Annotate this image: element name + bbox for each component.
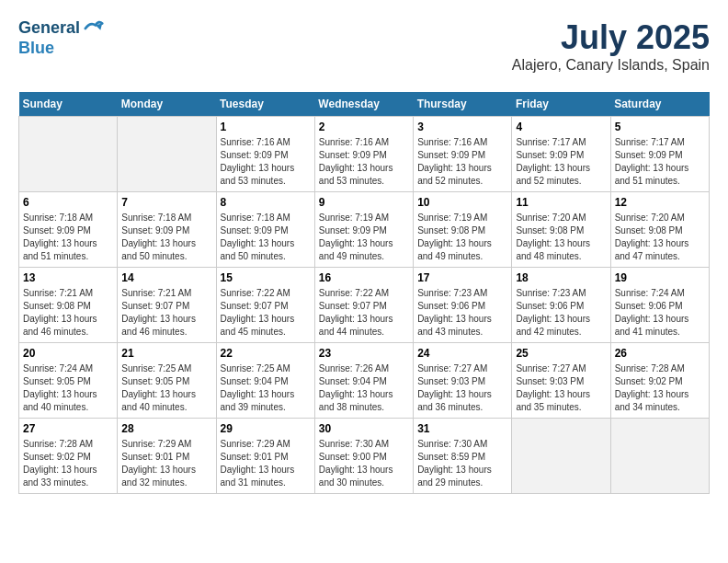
day-number: 31 (417, 422, 507, 435)
day-cell (512, 419, 610, 494)
day-number: 22 (221, 347, 311, 360)
day-info: Sunrise: 7:24 AMSunset: 9:06 PMDaylight:… (615, 287, 705, 339)
day-cell: 7Sunrise: 7:18 AMSunset: 9:09 PMDaylight… (118, 192, 216, 268)
day-number: 13 (23, 271, 113, 284)
day-info: Sunrise: 7:16 AMSunset: 9:09 PMDaylight:… (319, 136, 409, 188)
day-cell: 23Sunrise: 7:26 AMSunset: 9:04 PMDayligh… (314, 343, 413, 419)
day-info: Sunrise: 7:28 AMSunset: 9:02 PMDaylight:… (23, 438, 113, 489)
header-row: SundayMondayTuesdayWednesdayThursdayFrid… (19, 92, 710, 117)
week-row-2: 6Sunrise: 7:18 AMSunset: 9:09 PMDaylight… (19, 192, 710, 268)
logo-icon (84, 18, 104, 39)
day-number: 19 (615, 271, 705, 284)
day-cell: 15Sunrise: 7:22 AMSunset: 9:07 PMDayligh… (216, 268, 314, 343)
header-tuesday: Tuesday (216, 92, 314, 117)
day-number: 20 (23, 347, 113, 360)
day-number: 23 (319, 347, 409, 360)
day-info: Sunrise: 7:25 AMSunset: 9:05 PMDaylight:… (121, 362, 211, 414)
day-info: Sunrise: 7:18 AMSunset: 9:09 PMDaylight:… (121, 212, 211, 263)
day-number: 10 (417, 196, 507, 209)
day-cell (19, 117, 118, 192)
day-number: 24 (417, 347, 507, 360)
day-cell: 9Sunrise: 7:19 AMSunset: 9:09 PMDaylight… (314, 192, 413, 268)
day-cell: 3Sunrise: 7:16 AMSunset: 9:09 PMDaylight… (414, 117, 512, 192)
day-number: 25 (516, 347, 606, 360)
logo-blue: Blue (18, 39, 104, 58)
day-cell: 26Sunrise: 7:28 AMSunset: 9:02 PMDayligh… (610, 343, 709, 419)
week-row-5: 27Sunrise: 7:28 AMSunset: 9:02 PMDayligh… (19, 419, 710, 494)
day-info: Sunrise: 7:22 AMSunset: 9:07 PMDaylight:… (319, 287, 409, 339)
day-cell: 12Sunrise: 7:20 AMSunset: 9:08 PMDayligh… (610, 192, 709, 268)
day-number: 28 (121, 422, 211, 435)
week-row-1: 1Sunrise: 7:16 AMSunset: 9:09 PMDaylight… (19, 117, 710, 192)
calendar-table: SundayMondayTuesdayWednesdayThursdayFrid… (18, 92, 710, 494)
day-info: Sunrise: 7:28 AMSunset: 9:02 PMDaylight:… (615, 362, 705, 414)
day-number: 8 (221, 196, 311, 209)
day-cell: 29Sunrise: 7:29 AMSunset: 9:01 PMDayligh… (216, 419, 314, 494)
day-info: Sunrise: 7:30 AMSunset: 9:00 PMDaylight:… (319, 438, 409, 489)
day-cell: 27Sunrise: 7:28 AMSunset: 9:02 PMDayligh… (19, 419, 118, 494)
day-cell: 20Sunrise: 7:24 AMSunset: 9:05 PMDayligh… (19, 343, 118, 419)
day-number: 30 (319, 422, 409, 435)
header-monday: Monday (118, 92, 216, 117)
day-cell: 31Sunrise: 7:30 AMSunset: 8:59 PMDayligh… (414, 419, 512, 494)
day-info: Sunrise: 7:18 AMSunset: 9:09 PMDaylight:… (23, 212, 113, 263)
day-info: Sunrise: 7:18 AMSunset: 9:09 PMDaylight:… (221, 212, 311, 263)
day-number: 21 (121, 347, 211, 360)
day-info: Sunrise: 7:23 AMSunset: 9:06 PMDaylight:… (516, 287, 606, 339)
day-cell: 10Sunrise: 7:19 AMSunset: 9:08 PMDayligh… (414, 192, 512, 268)
day-number: 6 (23, 196, 113, 209)
day-cell: 11Sunrise: 7:20 AMSunset: 9:08 PMDayligh… (512, 192, 610, 268)
day-info: Sunrise: 7:22 AMSunset: 9:07 PMDaylight:… (221, 287, 311, 339)
title-section: July 2025 Alajero, Canary Islands, Spain (512, 18, 710, 74)
day-number: 16 (319, 271, 409, 284)
day-info: Sunrise: 7:29 AMSunset: 9:01 PMDaylight:… (221, 438, 311, 489)
day-number: 2 (319, 121, 409, 133)
day-info: Sunrise: 7:16 AMSunset: 9:09 PMDaylight:… (221, 136, 311, 188)
day-cell: 1Sunrise: 7:16 AMSunset: 9:09 PMDaylight… (216, 117, 314, 192)
day-number: 5 (615, 121, 705, 133)
header-friday: Friday (512, 92, 610, 117)
day-cell: 13Sunrise: 7:21 AMSunset: 9:08 PMDayligh… (19, 268, 118, 343)
day-cell: 17Sunrise: 7:23 AMSunset: 9:06 PMDayligh… (414, 268, 512, 343)
day-info: Sunrise: 7:27 AMSunset: 9:03 PMDaylight:… (417, 362, 507, 414)
day-cell: 5Sunrise: 7:17 AMSunset: 9:09 PMDaylight… (610, 117, 709, 192)
day-info: Sunrise: 7:21 AMSunset: 9:08 PMDaylight:… (23, 287, 113, 339)
day-number: 27 (23, 422, 113, 435)
day-cell: 24Sunrise: 7:27 AMSunset: 9:03 PMDayligh… (414, 343, 512, 419)
day-info: Sunrise: 7:21 AMSunset: 9:07 PMDaylight:… (121, 287, 211, 339)
day-cell: 22Sunrise: 7:25 AMSunset: 9:04 PMDayligh… (216, 343, 314, 419)
week-row-3: 13Sunrise: 7:21 AMSunset: 9:08 PMDayligh… (19, 268, 710, 343)
week-row-4: 20Sunrise: 7:24 AMSunset: 9:05 PMDayligh… (19, 343, 710, 419)
day-info: Sunrise: 7:19 AMSunset: 9:08 PMDaylight:… (417, 212, 507, 263)
day-number: 12 (615, 196, 705, 209)
day-cell: 19Sunrise: 7:24 AMSunset: 9:06 PMDayligh… (610, 268, 709, 343)
day-info: Sunrise: 7:24 AMSunset: 9:05 PMDaylight:… (23, 362, 113, 414)
header-sunday: Sunday (19, 92, 118, 117)
header-wednesday: Wednesday (314, 92, 413, 117)
day-info: Sunrise: 7:27 AMSunset: 9:03 PMDaylight:… (516, 362, 606, 414)
logo: General Blue (18, 18, 104, 58)
day-cell: 8Sunrise: 7:18 AMSunset: 9:09 PMDaylight… (216, 192, 314, 268)
day-number: 1 (221, 121, 311, 133)
day-cell: 14Sunrise: 7:21 AMSunset: 9:07 PMDayligh… (118, 268, 216, 343)
day-info: Sunrise: 7:20 AMSunset: 9:08 PMDaylight:… (615, 212, 705, 263)
day-info: Sunrise: 7:29 AMSunset: 9:01 PMDaylight:… (121, 438, 211, 489)
day-info: Sunrise: 7:17 AMSunset: 9:09 PMDaylight:… (615, 136, 705, 188)
day-number: 15 (221, 271, 311, 284)
header-saturday: Saturday (610, 92, 709, 117)
month-title: July 2025 (512, 18, 710, 57)
day-cell: 30Sunrise: 7:30 AMSunset: 9:00 PMDayligh… (314, 419, 413, 494)
day-info: Sunrise: 7:30 AMSunset: 8:59 PMDaylight:… (417, 438, 507, 489)
day-info: Sunrise: 7:16 AMSunset: 9:09 PMDaylight:… (417, 136, 507, 188)
day-info: Sunrise: 7:23 AMSunset: 9:06 PMDaylight:… (417, 287, 507, 339)
day-number: 7 (121, 196, 211, 209)
day-cell: 21Sunrise: 7:25 AMSunset: 9:05 PMDayligh… (118, 343, 216, 419)
logo-text: General (18, 19, 80, 38)
day-number: 26 (615, 347, 705, 360)
day-number: 4 (516, 121, 606, 133)
day-cell: 28Sunrise: 7:29 AMSunset: 9:01 PMDayligh… (118, 419, 216, 494)
day-cell: 4Sunrise: 7:17 AMSunset: 9:09 PMDaylight… (512, 117, 610, 192)
day-cell: 6Sunrise: 7:18 AMSunset: 9:09 PMDaylight… (19, 192, 118, 268)
header-thursday: Thursday (414, 92, 512, 117)
day-number: 3 (417, 121, 507, 133)
